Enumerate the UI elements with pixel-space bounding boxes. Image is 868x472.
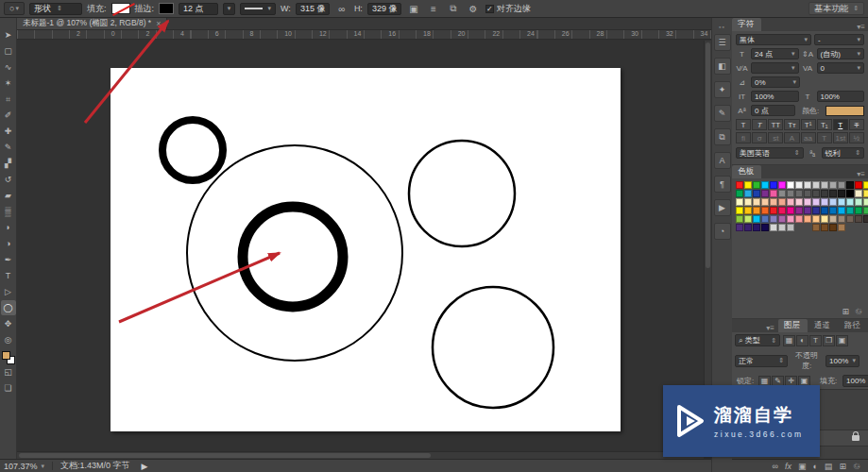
shape-width-field[interactable]: 315 像 — [296, 3, 330, 15]
path-selection-tool[interactable]: ▷ — [1, 284, 16, 299]
color-chips[interactable] — [2, 351, 15, 364]
tracking-dropdown[interactable]: 0▾ — [817, 62, 865, 74]
link-dimensions-icon[interactable]: ∞ — [334, 2, 349, 15]
document-tab[interactable]: 未标题-1 @ 107% (椭圆 2, RGB/8) * × — [17, 18, 167, 29]
horizontal-scrollbar[interactable] — [17, 451, 704, 459]
font-style-dropdown[interactable]: -▾ — [814, 34, 864, 45]
color-swatch[interactable] — [787, 207, 794, 214]
panel-menu-icon[interactable]: ▾≡ — [857, 23, 868, 31]
type-style-button[interactable]: Tт — [784, 119, 799, 130]
font-family-dropdown[interactable]: 黑体▾ — [736, 34, 811, 45]
move-tool[interactable]: ➤ — [1, 27, 16, 42]
panel-menu-icon[interactable]: ▾≡ — [766, 324, 777, 332]
tab-paths[interactable]: 路径 — [839, 319, 868, 332]
color-swatch[interactable] — [829, 215, 837, 223]
color-swatch[interactable] — [846, 190, 854, 197]
color-swatch[interactable] — [770, 181, 777, 189]
ellipse-shape-tool[interactable]: ◯ — [1, 300, 16, 315]
clone-stamp-tool[interactable]: ▞ — [1, 156, 16, 171]
paragraph-panel-icon[interactable]: ¶ — [714, 176, 731, 193]
3d-panel-icon[interactable]: ◔ — [714, 223, 731, 240]
color-swatch[interactable] — [821, 207, 828, 214]
color-swatch[interactable] — [778, 190, 786, 197]
color-swatch[interactable] — [736, 190, 743, 197]
color-swatch[interactable] — [778, 215, 786, 223]
color-swatch[interactable] — [855, 215, 862, 223]
panel-strip-grip[interactable]: ▪▪ — [719, 24, 725, 30]
color-swatch[interactable] — [829, 198, 837, 206]
color-swatch[interactable] — [863, 190, 868, 197]
crop-tool[interactable]: ⌗ — [1, 92, 16, 107]
color-swatch[interactable] — [804, 181, 811, 189]
type-style-button[interactable]: T¹ — [801, 119, 816, 130]
fill-color-swatch[interactable] — [111, 3, 130, 14]
color-swatch[interactable] — [753, 224, 760, 231]
tab-swatches[interactable]: 色板 — [732, 165, 761, 178]
color-swatch[interactable] — [770, 215, 777, 223]
color-swatch[interactable] — [821, 190, 828, 197]
type-style-button[interactable]: TT — [768, 119, 783, 130]
color-swatch[interactable] — [744, 181, 752, 189]
color-swatch[interactable] — [795, 215, 803, 223]
color-swatch[interactable] — [744, 207, 752, 214]
color-swatch[interactable] — [778, 224, 786, 231]
marquee-tool[interactable]: ▢ — [1, 43, 16, 59]
color-swatch[interactable] — [838, 198, 845, 206]
color-swatch[interactable] — [761, 215, 769, 223]
color-swatch[interactable] — [761, 207, 769, 214]
dodge-tool[interactable]: ◑ — [1, 236, 16, 251]
character-panel-icon[interactable]: A — [714, 152, 731, 169]
path-arrange-icon[interactable]: ⧉ — [446, 2, 461, 15]
color-swatch[interactable] — [829, 207, 837, 214]
history-panel-icon[interactable]: ☰ — [714, 34, 731, 51]
color-swatch[interactable] — [795, 190, 803, 197]
path-alignment-icon[interactable]: ≡ — [426, 2, 441, 15]
color-swatch[interactable] — [838, 215, 845, 223]
new-swatch-icon[interactable]: ⊞ — [842, 307, 849, 316]
color-swatch[interactable] — [787, 215, 794, 223]
color-swatch[interactable] — [744, 215, 752, 223]
brush-panel-icon[interactable]: ✎ — [714, 105, 731, 122]
color-swatch[interactable] — [838, 190, 845, 197]
color-swatch[interactable] — [838, 224, 845, 231]
antialias-dropdown[interactable]: 锐利⇕ — [822, 147, 864, 159]
filter-type-layers-icon[interactable]: T — [809, 335, 822, 346]
gradient-tool[interactable]: ▒ — [1, 204, 16, 219]
hand-tool[interactable]: ✥ — [1, 316, 16, 331]
color-swatch[interactable] — [736, 207, 743, 214]
tool-preset-picker[interactable]: ○▾ — [4, 2, 25, 15]
shape-height-field[interactable]: 329 像 — [367, 3, 401, 15]
color-swatch[interactable] — [846, 198, 854, 206]
magic-wand-tool[interactable]: ✶ — [1, 76, 16, 91]
type-style-button[interactable]: T — [752, 119, 767, 130]
color-swatch[interactable] — [812, 190, 820, 197]
panel-menu-icon[interactable]: ▾≡ — [857, 170, 868, 178]
color-swatch[interactable] — [838, 207, 845, 214]
gear-icon[interactable]: ⚙ — [466, 2, 481, 15]
text-color-swatch[interactable] — [825, 106, 864, 116]
color-swatch[interactable] — [770, 207, 777, 214]
blur-tool[interactable]: ◗ — [1, 220, 16, 235]
color-swatch[interactable] — [821, 224, 828, 231]
type-style-button[interactable]: T — [849, 119, 864, 130]
status-flyout-icon[interactable]: ▶ — [142, 462, 148, 471]
filter-pixel-layers-icon[interactable]: ▦ — [783, 335, 795, 346]
eyedropper-tool[interactable]: ✐ — [1, 108, 16, 123]
lasso-tool[interactable]: ∿ — [1, 59, 16, 75]
color-swatch[interactable] — [855, 207, 862, 214]
baseline-shift-field[interactable]: 0 点 — [751, 105, 795, 116]
path-operations-icon[interactable]: ▣ — [406, 2, 421, 15]
pen-tool[interactable]: ✒ — [1, 252, 16, 267]
leading-dropdown[interactable]: (自动)▾ — [817, 48, 865, 59]
color-swatch[interactable] — [744, 198, 752, 206]
layer-mask-icon[interactable]: ▣ — [798, 462, 807, 471]
opentype-button[interactable]: σ — [752, 132, 767, 143]
color-swatch[interactable] — [753, 207, 760, 214]
opentype-button[interactable]: aa — [801, 132, 816, 143]
layer-filter-dropdown[interactable]: ⌕ 类型⇕ — [735, 334, 780, 346]
color-swatch[interactable] — [744, 224, 752, 231]
delete-swatch-icon[interactable]: ♲ — [855, 307, 862, 316]
stroke-color-swatch[interactable] — [159, 3, 174, 14]
layer-effects-icon[interactable]: fx — [785, 462, 791, 471]
fill-amount-field[interactable]: 100%▾ — [842, 375, 868, 387]
